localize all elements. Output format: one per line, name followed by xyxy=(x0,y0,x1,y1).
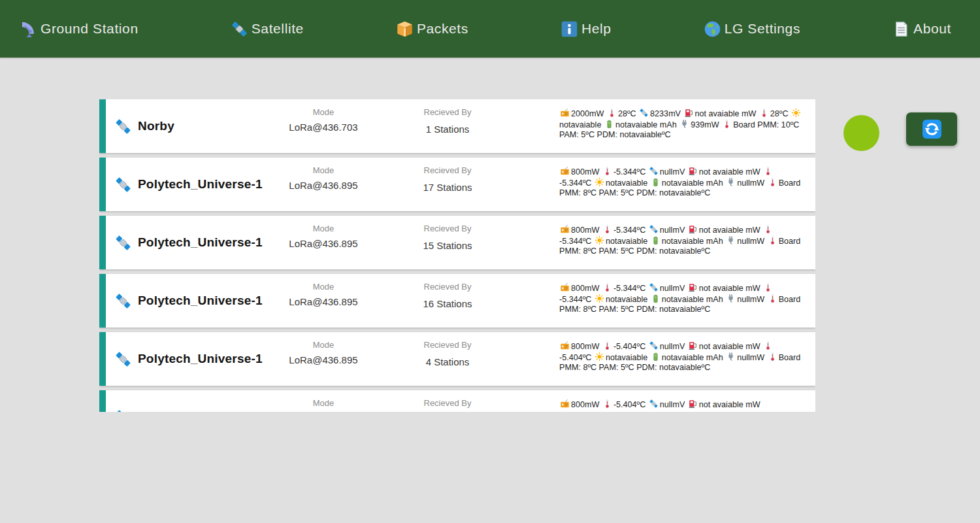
telemetry-value: notavaiable mAh xyxy=(662,178,723,188)
satellite-icon xyxy=(649,166,659,176)
satellite-card[interactable]: Polytech_Universe-1 Mode LoRa@436.895 Re… xyxy=(99,158,815,211)
satellite-icon xyxy=(649,399,659,409)
satellite-icon xyxy=(639,108,649,118)
satellite-card[interactable]: Polytech_Universe-1 Mode LoRa@436.895 Re… xyxy=(99,216,815,269)
sun-icon xyxy=(791,108,801,118)
sun-icon xyxy=(595,235,604,245)
thermometer-icon xyxy=(763,282,773,292)
card-accent-bar xyxy=(99,332,106,386)
telemetry-summary: 800mW -5.404ºC nullmV not avaiable mW xyxy=(559,399,806,412)
telemetry-value: notavaiable xyxy=(606,353,647,362)
telemetry-value: 8233mV xyxy=(650,109,681,118)
refresh-icon xyxy=(922,119,942,139)
satellite-name: Polytech_Universe-1 xyxy=(138,177,263,192)
radio-icon xyxy=(560,224,570,234)
nav-item-ground-station[interactable]: Ground Station xyxy=(20,20,139,38)
card-accent-bar xyxy=(99,274,106,328)
received-by-label: Recieved By xyxy=(369,107,526,117)
battery-icon xyxy=(651,235,661,245)
nav-item-satellite[interactable]: Satellite xyxy=(231,20,304,38)
received-by-value: 4 Stations xyxy=(369,356,526,367)
plug-icon xyxy=(726,352,736,362)
telemetry-value: 28ºC xyxy=(770,109,789,118)
telemetry-summary: 800mW -5.404ºC nullmV not avaiable mW -5… xyxy=(559,341,806,381)
thermometer-icon xyxy=(768,235,777,245)
battery-icon xyxy=(651,294,661,303)
card-accent-bar xyxy=(99,158,106,211)
mode-value: LoRa@436.895 xyxy=(278,180,369,191)
satellite-icon xyxy=(114,176,132,194)
fuel-pump-icon xyxy=(688,224,698,234)
satellite-icon xyxy=(114,118,132,135)
telemetry-value: nullmV xyxy=(660,167,685,177)
satellite-icon xyxy=(649,282,659,292)
telemetry-value: -5.404ºC xyxy=(613,342,645,351)
nav-item-packets[interactable]: Packets xyxy=(396,20,468,38)
nav-item-lg-settings[interactable]: LG Settings xyxy=(704,20,800,38)
telemetry-summary: 2000mW 28ºC 8233mV not avaiable mW 28ºC … xyxy=(559,108,806,148)
telemetry-value: nullmV xyxy=(660,342,685,351)
mode-label: Mode xyxy=(278,398,369,408)
thermometer-icon xyxy=(602,166,612,176)
telemetry-value: 939mW xyxy=(691,120,719,129)
thermometer-icon xyxy=(602,341,612,350)
thermometer-icon xyxy=(607,108,617,118)
telemetry-value: not avaiable mW xyxy=(699,342,760,351)
telemetry-value: 800mW xyxy=(571,167,599,177)
telemetry-value: nullmV xyxy=(660,284,685,293)
globe-icon xyxy=(704,20,721,38)
telemetry-value: -5.344ºC xyxy=(559,237,591,246)
refresh-button[interactable] xyxy=(906,112,957,146)
received-by-value: 16 Stations xyxy=(369,298,526,309)
nav-item-help[interactable]: Help xyxy=(561,20,612,38)
battery-icon xyxy=(604,119,614,129)
nav-label: Packets xyxy=(417,21,468,37)
nav-label: Help xyxy=(581,21,612,37)
telemetry-value: notavaiable mAh xyxy=(662,295,723,304)
satellite-card[interactable]: Polytech_Universe-1 Mode Recieved By 800… xyxy=(99,390,815,412)
telemetry-value: notavaiable xyxy=(606,178,647,188)
received-by-value: 17 Stations xyxy=(369,182,526,193)
telemetry-value: 800mW xyxy=(571,400,599,409)
fuel-pump-icon xyxy=(688,341,698,350)
thermometer-icon xyxy=(722,119,732,129)
nav-label: About xyxy=(913,21,951,37)
mode-label: Mode xyxy=(278,282,369,292)
radio-icon xyxy=(560,108,570,118)
mode-value: LoRa@436.895 xyxy=(278,296,369,307)
satellite-card[interactable]: Polytech_Universe-1 Mode LoRa@436.895 Re… xyxy=(99,274,815,328)
telemetry-value: notavaiable xyxy=(606,237,647,246)
telemetry-value: 28ºC xyxy=(618,109,636,118)
telemetry-value: -5.344ºC xyxy=(613,226,645,235)
satellite-icon xyxy=(114,234,132,252)
fuel-pump-icon xyxy=(688,166,698,176)
nav-label: Satellite xyxy=(252,21,304,37)
thermometer-icon xyxy=(602,399,612,409)
sun-icon xyxy=(595,177,604,187)
plug-icon xyxy=(726,294,736,303)
battery-icon xyxy=(651,177,661,187)
telemetry-value: nullmW xyxy=(737,295,764,304)
radio-icon xyxy=(560,399,570,409)
plug-icon xyxy=(726,177,736,187)
telemetry-summary: 800mW -5.344ºC nullmV not avaiable mW -5… xyxy=(559,166,806,207)
mode-value: LoRa@436.703 xyxy=(278,122,369,133)
fuel-pump-icon xyxy=(688,399,698,409)
nav-item-about[interactable]: About xyxy=(892,20,951,38)
document-icon xyxy=(892,20,910,38)
received-by-label: Recieved By xyxy=(369,340,526,350)
telemetry-value: not avaiable mW xyxy=(695,109,757,118)
satellite-name: Polytech_Universe-1 xyxy=(138,294,263,308)
mode-label: Mode xyxy=(278,340,369,350)
satellite-card-list[interactable]: Norby Mode LoRa@436.703 Recieved By 1 St… xyxy=(99,99,815,412)
package-icon xyxy=(396,20,414,38)
satellite-card[interactable]: Polytech_Universe-1 Mode LoRa@436.895 Re… xyxy=(99,332,815,386)
card-accent-bar xyxy=(99,390,106,412)
thermometer-icon xyxy=(602,224,612,234)
satellite-card[interactable]: Norby Mode LoRa@436.703 Recieved By 1 St… xyxy=(99,99,815,153)
nav-label: LG Settings xyxy=(725,21,800,37)
satellite-icon xyxy=(231,20,248,38)
telemetry-value: -5.404ºC xyxy=(613,400,645,409)
fuel-pump-icon xyxy=(688,282,698,292)
telemetry-value: notavaiable mAh xyxy=(662,353,723,362)
